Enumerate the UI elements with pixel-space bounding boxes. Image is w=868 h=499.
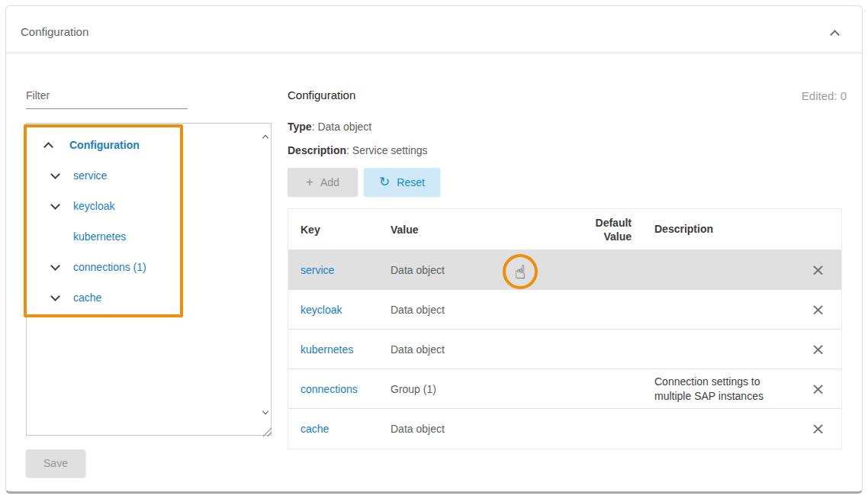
plus-icon: +	[306, 175, 313, 188]
tree-item-connections[interactable]: connections (1)	[27, 252, 271, 282]
scroll-up-icon[interactable]	[263, 130, 268, 143]
configuration-card: Configuration Configuration service keyc…	[5, 5, 863, 494]
filter-input[interactable]	[26, 82, 188, 109]
type-line: Type: Data object	[288, 121, 371, 133]
row-value: Data object	[378, 423, 574, 435]
panel-title: Configuration	[21, 25, 88, 38]
type-value: : Data object	[312, 121, 372, 133]
row-value: Data object	[378, 343, 574, 356]
delete-row-button[interactable]: ×	[811, 381, 825, 398]
description-label: Description	[288, 144, 346, 156]
tree-item-label[interactable]: service	[73, 169, 107, 182]
detail-title: Configuration	[288, 89, 355, 101]
row-key-link[interactable]: kubernetes	[301, 343, 353, 356]
table-row[interactable]: service Data object ×	[288, 250, 841, 290]
description-value: : Service settings	[346, 144, 428, 156]
row-description: Connection settings to multiple SAP inst…	[642, 375, 795, 404]
tree-item-service[interactable]: service	[27, 160, 271, 191]
table-row[interactable]: keycloak Data object ×	[288, 290, 841, 330]
header-description: Description	[642, 222, 795, 237]
add-button-label: Add	[320, 176, 339, 188]
tree-item-configuration[interactable]: Configuration	[27, 130, 271, 160]
reset-button[interactable]: ↻ Reset	[364, 168, 440, 196]
add-button[interactable]: + Add	[288, 168, 358, 196]
delete-row-button[interactable]: ×	[811, 262, 825, 278]
expand-node-icon[interactable]	[50, 262, 60, 272]
table-row[interactable]: connections Group (1) Connection setting…	[288, 369, 841, 409]
close-icon: ×	[811, 300, 825, 319]
expand-node-icon[interactable]	[50, 171, 60, 181]
close-icon: ×	[811, 419, 825, 438]
scroll-down-icon[interactable]	[263, 403, 268, 417]
tree-item-kubernetes[interactable]: kubernetes	[27, 221, 271, 252]
header-default-value: Default Value	[574, 216, 642, 243]
tree-item-label[interactable]: cache	[73, 291, 101, 304]
row-key-link[interactable]: keycloak	[301, 304, 342, 316]
row-key-link[interactable]: cache	[301, 423, 329, 435]
table-header-row: Key Value Default Value Description	[288, 209, 841, 250]
chevron-up-icon	[830, 30, 840, 40]
tree-item-keycloak[interactable]: keycloak	[27, 191, 271, 221]
row-value: Group (1)	[378, 383, 574, 395]
close-icon: ×	[811, 340, 825, 359]
header-key: Key	[288, 224, 378, 236]
table-row[interactable]: kubernetes Data object ×	[288, 330, 841, 369]
close-icon: ×	[811, 260, 825, 279]
description-line: Description: Service settings	[288, 144, 428, 156]
resize-handle[interactable]	[262, 427, 272, 437]
delete-row-button[interactable]: ×	[811, 420, 825, 437]
collapse-panel-icon[interactable]	[831, 27, 844, 38]
row-value: Data object	[378, 304, 574, 316]
leaf-spacer	[50, 232, 60, 242]
tree-item-label[interactable]: connections (1)	[73, 261, 146, 273]
expand-node-icon[interactable]	[50, 293, 60, 303]
header-value: Value	[378, 224, 574, 236]
refresh-icon: ↻	[379, 175, 390, 188]
header-divider	[6, 53, 862, 53]
close-icon: ×	[811, 379, 825, 398]
row-key-link[interactable]: service	[301, 264, 334, 276]
delete-row-button[interactable]: ×	[811, 341, 825, 358]
tree-item-cache[interactable]: cache	[27, 282, 271, 313]
config-table: Key Value Default Value Description serv…	[288, 208, 842, 449]
type-label: Type	[288, 121, 312, 133]
tree-item-label[interactable]: Configuration	[69, 139, 140, 151]
tree-item-label[interactable]: keycloak	[73, 200, 114, 212]
reset-button-label: Reset	[397, 176, 425, 188]
collapse-node-icon[interactable]	[43, 140, 53, 150]
table-row[interactable]: cache Data object ×	[288, 409, 841, 449]
row-value: Data object	[378, 264, 574, 276]
delete-row-button[interactable]: ×	[811, 301, 825, 318]
save-button[interactable]: Save	[26, 449, 85, 477]
tree-item-label[interactable]: kubernetes	[73, 230, 126, 243]
tree-panel: Configuration service keycloak kubernete…	[26, 123, 272, 436]
expand-node-icon[interactable]	[50, 201, 60, 211]
edited-counter: Edited: 0	[802, 89, 847, 102]
row-key-link[interactable]: connections	[301, 383, 358, 395]
